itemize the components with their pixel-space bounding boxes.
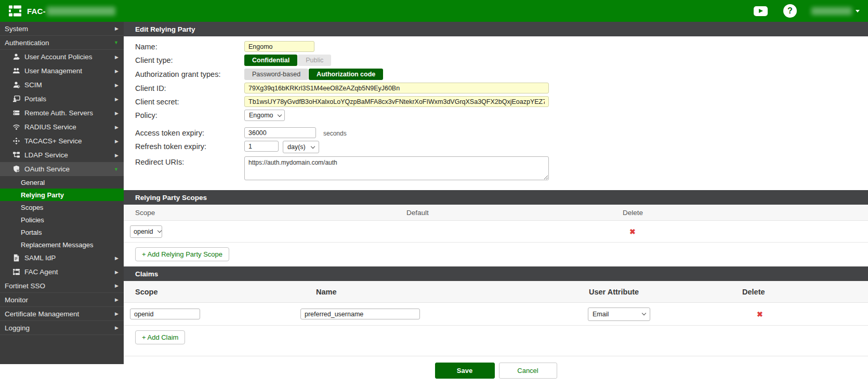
sidebar-item-label: Relying Party (21, 191, 124, 199)
sidebar-item-label: Portals (21, 229, 124, 236)
grant-types-label: Authorization grant types: (135, 69, 244, 78)
relying-party-form: Name: Client type: Confidential Public A… (124, 36, 868, 180)
sidebar-item-label: FAC Agent (24, 268, 115, 276)
redirect-uris-label: Redirect URIs: (135, 156, 244, 166)
sidebar-item-label: Logging (5, 324, 115, 332)
hostname-redacted (47, 7, 115, 16)
scopes-section-title: Relying Party Scopes (124, 190, 868, 205)
client-secret-label: Client secret: (135, 96, 244, 106)
sidebar-item-logging[interactable]: Logging▶ (0, 321, 124, 335)
sidebar-item-scim[interactable]: SCIM▶ (0, 78, 124, 92)
chevron-down-icon: ▼ (114, 40, 119, 45)
claims-col-delete: Delete (742, 288, 868, 296)
delete-claim-icon[interactable]: ✖ (757, 310, 763, 318)
sidebar-item-user-account-policies[interactable]: User Account Policies▶ (0, 50, 124, 64)
chevron-right-icon: ▶ (115, 297, 119, 302)
delete-scope-icon[interactable]: ✖ (629, 228, 636, 236)
scopes-col-default: Default (400, 209, 616, 217)
sidebar-item-tacacs-service[interactable]: TACACS+ Service▶ (0, 134, 124, 148)
chevron-right-icon: ▶ (115, 125, 119, 130)
help-icon[interactable]: ? (783, 4, 797, 18)
sidebar-item-fac-agent[interactable]: FAC Agent▶ (0, 265, 124, 279)
users-icon (12, 67, 20, 75)
chevron-right-icon: ▶ (115, 83, 119, 88)
sidebar-item-label: Remote Auth. Servers (24, 109, 115, 117)
sidebar-item-fortinet-sso[interactable]: Fortinet SSO▶ (0, 279, 124, 293)
scope-table-row: openid✖ (124, 221, 868, 243)
chevron-right-icon: ▶ (115, 256, 119, 261)
policy-label: Policy: (135, 110, 244, 119)
page-title: Edit Relying Party (124, 22, 868, 36)
video-tutorials-icon[interactable] (754, 6, 768, 16)
sidebar-item-label: Replacement Messages (21, 241, 124, 249)
chevron-right-icon: ▶ (115, 153, 119, 158)
chevron-right-icon: ▶ (115, 139, 119, 144)
claim-scope-input[interactable] (130, 309, 200, 319)
sidebar-item-label: RADIUS Service (24, 123, 115, 131)
chevron-right-icon: ▶ (115, 55, 119, 60)
name-input[interactable] (244, 41, 314, 52)
product-name: FAC- (27, 7, 46, 16)
policy-select[interactable]: Engomo (244, 110, 285, 121)
sidebar-item-portals[interactable]: Portals▶ (0, 92, 124, 106)
refresh-token-expiry-label: Refresh token expiry: (135, 141, 244, 151)
client-id-input[interactable] (244, 83, 549, 93)
scopes-table-header: Scope Default Delete (124, 205, 868, 221)
claim-name-input[interactable] (300, 309, 420, 319)
sidebar-item-oauth-service[interactable]: OAuth Service▼ (0, 162, 124, 176)
sidebar-item-certificate-management[interactable]: Certificate Management▶ (0, 307, 124, 321)
redirect-uris-textarea[interactable]: https://auth.mydomain.com/auth (244, 156, 549, 180)
sidebar-item-authentication[interactable]: Authentication▼ (0, 36, 124, 50)
sidebar-item-label: SAML IdP (24, 254, 115, 262)
sidebar-item-ldap-service[interactable]: LDAP Service▶ (0, 148, 124, 162)
add-relying-party-scope-button[interactable]: + Add Relying Party Scope (135, 247, 229, 261)
chevron-right-icon: ▶ (115, 69, 119, 74)
grant-password-based-button[interactable]: Password-based (244, 69, 308, 80)
main-content: Edit Relying Party Name: Client type: Co… (124, 22, 868, 388)
wifi-icon (12, 123, 20, 131)
chevron-down-icon: ▼ (114, 167, 119, 172)
sidebar-item-system[interactable]: System▶ (0, 22, 124, 36)
sidebar-item-label: General (21, 179, 124, 186)
chevron-down-icon (642, 311, 646, 315)
chevron-down-icon (311, 144, 315, 148)
oauth-shield-icon (12, 165, 20, 173)
sidebar-item-label: Portals (24, 95, 115, 103)
claims-table-header: Scope Name User Attribute Delete (124, 281, 868, 303)
ldap-tree-icon (12, 151, 20, 159)
grant-authorization-code-button[interactable]: Authorization code (309, 69, 383, 80)
sidebar-item-radius-service[interactable]: RADIUS Service▶ (0, 120, 124, 134)
chevron-right-icon: ▶ (115, 270, 119, 275)
sidebar-item-user-management[interactable]: User Management▶ (0, 64, 124, 78)
sidebar-item-saml-idp[interactable]: SAML IdP▶ (0, 251, 124, 265)
sidebar-item-monitor[interactable]: Monitor▶ (0, 293, 124, 307)
username-redacted (811, 7, 852, 15)
access-token-expiry-label: Access token expiry: (135, 127, 244, 137)
refresh-token-unit-select[interactable]: day(s) (283, 141, 319, 153)
scope-select[interactable]: openid (130, 225, 162, 238)
sidebar-item-label: User Management (24, 67, 115, 75)
save-button[interactable]: Save (435, 363, 495, 379)
client-type-public-button[interactable]: Public (298, 55, 331, 66)
top-header-bar: FAC- ? (0, 0, 868, 22)
scopes-col-scope: Scope (124, 209, 400, 217)
refresh-token-expiry-input[interactable] (244, 141, 279, 152)
sidebar-item-policies[interactable]: Policies (0, 213, 124, 226)
sidebar-item-portals[interactable]: Portals (0, 226, 124, 238)
portal-icon (12, 95, 20, 103)
access-token-expiry-input[interactable] (244, 127, 316, 138)
add-claim-button[interactable]: + Add Claim (135, 330, 185, 344)
sidebar-item-replacement-messages[interactable]: Replacement Messages (0, 238, 124, 251)
client-type-confidential-button[interactable]: Confidential (244, 55, 297, 66)
claims-col-name: Name (300, 288, 588, 296)
cancel-button[interactable]: Cancel (499, 363, 557, 379)
sidebar-item-relying-party[interactable]: Relying Party (0, 189, 124, 201)
user-attribute-select[interactable]: Email (588, 307, 650, 321)
chevron-right-icon: ▶ (115, 311, 119, 316)
sidebar-item-scopes[interactable]: Scopes (0, 201, 124, 213)
user-menu[interactable] (811, 7, 860, 15)
client-secret-input[interactable] (244, 96, 549, 107)
sidebar-item-label: System (5, 25, 115, 33)
sidebar-item-general[interactable]: General (0, 176, 124, 189)
sidebar-item-remote-auth-servers[interactable]: Remote Auth. Servers▶ (0, 106, 124, 120)
